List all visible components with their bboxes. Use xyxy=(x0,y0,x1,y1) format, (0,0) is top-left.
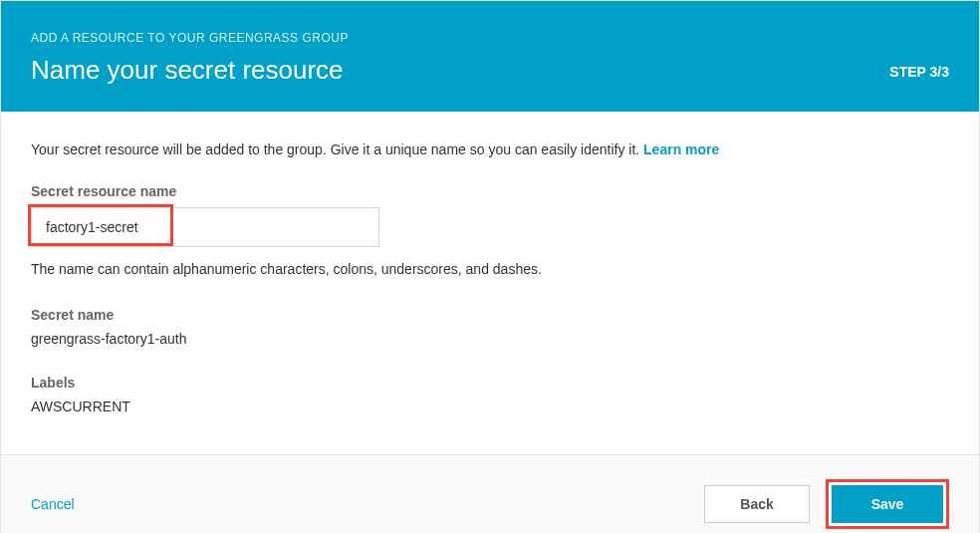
cancel-link[interactable]: Cancel xyxy=(31,496,75,512)
wizard-header: ADD A RESOURCE TO YOUR GREENGRASS GROUP … xyxy=(1,1,979,112)
learn-more-link[interactable]: Learn more xyxy=(643,141,719,157)
wizard-body: Your secret resource will be added to th… xyxy=(1,112,979,454)
back-button[interactable]: Back xyxy=(704,485,810,523)
save-highlight-annotation: Save xyxy=(826,479,949,529)
page-title: Name your secret resource xyxy=(31,55,349,86)
resource-name-hint: The name can contain alphanumeric charac… xyxy=(31,261,949,277)
description-text: Your secret resource will be added to th… xyxy=(31,141,643,157)
secret-name-value: greengrass-factory1-auth xyxy=(31,331,949,347)
resource-name-input[interactable] xyxy=(31,207,379,247)
footer-right: Back Save xyxy=(704,479,949,529)
labels-label: Labels xyxy=(31,375,949,391)
header-left: ADD A RESOURCE TO YOUR GREENGRASS GROUP … xyxy=(31,31,349,86)
wizard-panel: ADD A RESOURCE TO YOUR GREENGRASS GROUP … xyxy=(0,0,980,533)
breadcrumb: ADD A RESOURCE TO YOUR GREENGRASS GROUP xyxy=(31,31,349,45)
labels-value: AWSCURRENT xyxy=(31,399,949,414)
resource-name-input-container xyxy=(31,207,379,247)
step-indicator: STEP 3/3 xyxy=(889,64,949,86)
resource-name-label: Secret resource name xyxy=(31,183,949,199)
wizard-footer: Cancel Back Save xyxy=(1,454,979,533)
secret-name-label: Secret name xyxy=(31,307,949,323)
save-button[interactable]: Save xyxy=(832,485,943,523)
description: Your secret resource will be added to th… xyxy=(31,141,949,157)
